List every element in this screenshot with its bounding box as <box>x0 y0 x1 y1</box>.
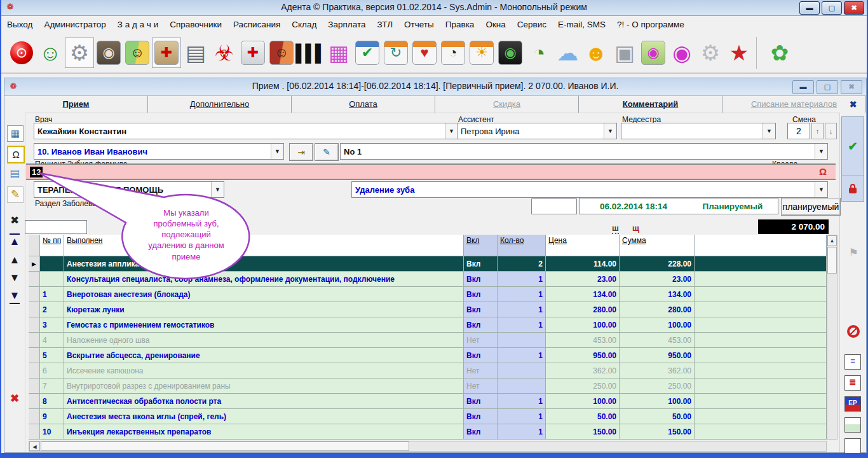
xray-icon[interactable]: ▤ <box>7 166 22 181</box>
disease-combo[interactable]: Удаление зуба▼ <box>351 181 828 198</box>
gear-figure-icon[interactable]: ⚙ <box>696 38 724 67</box>
tab[interactable]: Прием <box>4 95 148 113</box>
scheme-icon[interactable]: ▦ <box>7 125 24 142</box>
block-icon[interactable] <box>847 325 860 338</box>
shift-up-button[interactable]: ↑ <box>811 123 824 139</box>
patient-combo[interactable]: 10. Иванов Иван Иванович▼ <box>34 143 284 160</box>
col-header-vkl[interactable]: Вкл <box>464 235 498 256</box>
move-down-icon[interactable]: ▼ <box>7 270 22 286</box>
eye-icon[interactable]: ◉ <box>668 38 696 67</box>
patient-card-button[interactable]: ⇥ <box>289 143 313 161</box>
chat-icon[interactable]: ☁ <box>553 38 581 67</box>
assistant-combo[interactable]: Петрова Ирина▼ <box>457 123 617 139</box>
row-selector[interactable] <box>29 317 40 333</box>
patient-edit-button[interactable]: ✎ <box>315 143 339 161</box>
menu-item[interactable]: Склад <box>286 20 322 29</box>
dropdown-arrow-icon[interactable]: ▼ <box>604 123 616 139</box>
nurse-combo[interactable]: ▼ <box>621 123 776 139</box>
doc-minimize-button[interactable]: ▬ <box>792 80 814 94</box>
doc-lines-icon[interactable]: ≡ <box>844 354 861 370</box>
scroll-up-icon[interactable]: ▲ <box>827 235 837 246</box>
menu-item[interactable]: Правка <box>440 20 480 29</box>
shift-down-button[interactable]: ↓ <box>825 123 837 139</box>
table-row[interactable]: 4 Наложение одного шва Нет 453.00 453.00 <box>29 333 827 348</box>
calendar-heart-icon[interactable]: ♥ <box>410 38 438 67</box>
col-header-sum[interactable]: Сумма <box>620 235 695 256</box>
row-selector[interactable] <box>29 409 40 424</box>
horizontal-scroll-thumb[interactable] <box>41 441 409 451</box>
upper-jaw-icon[interactable]: ш <box>612 224 619 234</box>
alarm-clock-icon[interactable]: ◔ <box>525 38 553 67</box>
table-row[interactable]: 1 Внеротовая анестезия (блокада) Вкл 1 1… <box>29 287 827 302</box>
dropdown-arrow-icon[interactable]: ▼ <box>815 144 827 159</box>
move-top-icon[interactable]: ▲ <box>7 233 22 249</box>
medical-card-icon[interactable]: ✚ <box>152 38 181 68</box>
doc-stripes-icon[interactable]: ≣ <box>844 375 861 391</box>
move-bottom-icon[interactable]: ▼ <box>7 288 22 303</box>
menu-item[interactable]: Окна <box>480 20 511 29</box>
biohazard-icon[interactable]: ☣ <box>210 38 238 67</box>
row-selector[interactable] <box>29 363 40 378</box>
row-selector[interactable] <box>29 333 40 348</box>
vertical-scrollbar[interactable]: ▲ <box>827 235 837 440</box>
table-row[interactable]: 2 Кюретаж лунки Вкл 1 280.00 280.00 <box>29 302 827 317</box>
cancel-icon[interactable]: ✖ <box>7 391 22 406</box>
menu-item[interactable]: ЗТЛ <box>371 20 398 29</box>
code-field[interactable] <box>531 198 577 214</box>
dropdown-arrow-icon[interactable]: ▼ <box>445 123 458 139</box>
confirm-button[interactable]: ✔ <box>842 117 864 176</box>
power-icon[interactable]: ⊙ <box>8 38 36 67</box>
minimize-button[interactable]: ▬ <box>799 1 820 15</box>
table-row[interactable]: 10 Инъекция лекарственных препаратов Вкл… <box>29 424 827 440</box>
col-header-qty[interactable]: Кол-во <box>498 235 546 256</box>
table-row[interactable]: 8 Антисептическая обработка полости рта … <box>29 394 827 409</box>
icq-flower-icon[interactable]: ✿ <box>766 38 794 67</box>
camera-icon[interactable]: ▣ <box>611 38 639 67</box>
menu-item[interactable]: З а д а ч и <box>112 20 164 29</box>
move-up-icon[interactable]: ▲ <box>7 253 22 268</box>
maximize-button[interactable]: ▢ <box>822 1 842 15</box>
calendar-check-icon[interactable]: ✔ <box>353 38 381 67</box>
video-folder-icon[interactable]: ◉ <box>95 38 123 67</box>
first-aid-icon[interactable]: ✚ <box>239 38 267 67</box>
row-selector[interactable] <box>29 424 40 440</box>
tab[interactable]: Дополнительно <box>148 95 292 113</box>
vertical-scroll-thumb[interactable] <box>827 247 837 274</box>
dropdown-arrow-icon[interactable]: ▼ <box>815 182 827 197</box>
dropdown-arrow-icon[interactable]: ▼ <box>271 144 283 159</box>
users-icon[interactable]: ☺ <box>36 38 64 67</box>
menu-item[interactable]: E-mail, SMS <box>552 20 611 29</box>
menu-item[interactable]: Справочники <box>164 20 227 29</box>
close-reception-icon[interactable]: ✖ <box>841 99 866 109</box>
delete-icon[interactable]: ✖ <box>7 213 22 228</box>
row-selector[interactable] <box>29 302 40 317</box>
photo-eye-icon[interactable]: ◉ <box>639 38 667 67</box>
planned-status-button[interactable]: планируемый <box>781 198 841 216</box>
dropdown-arrow-icon[interactable]: ▼ <box>763 123 775 139</box>
chair-combo[interactable]: No 1▼ <box>340 143 828 160</box>
menu-item[interactable]: Сервис <box>512 20 552 29</box>
doc-close-button[interactable]: ✖ <box>841 80 862 94</box>
tab[interactable]: Оплата <box>292 95 435 113</box>
doc-ep-icon[interactable]: EP <box>844 396 861 412</box>
menu-item[interactable]: Отчеты <box>398 20 440 29</box>
row-selector[interactable] <box>29 287 40 302</box>
tab[interactable]: Скидка <box>435 95 579 113</box>
menu-item[interactable]: Администратор <box>38 20 111 29</box>
menu-item[interactable]: ?! - О программе <box>611 20 690 29</box>
archive-icon[interactable]: ▤ <box>182 38 210 67</box>
table-row[interactable]: 3 Гемостаз с применением гемостатиков Вк… <box>29 317 827 333</box>
tooth-chart-icon[interactable]: Ω <box>7 146 25 163</box>
edit-note-icon[interactable]: ✎ <box>7 186 24 203</box>
row-selector[interactable] <box>29 394 40 409</box>
alarm-star-icon[interactable]: ★ <box>725 38 753 67</box>
date-status-field[interactable]: 06.02.2014 18:14 Планируемый <box>579 198 778 214</box>
menu-item[interactable]: Расписания <box>227 20 286 29</box>
menu-item[interactable]: Зарплата <box>322 20 371 29</box>
calendar-sun-icon[interactable]: ☀ <box>468 38 496 67</box>
calendar-refresh-icon[interactable]: ↻ <box>382 38 410 67</box>
tooth-icon[interactable]: Ω <box>819 166 827 177</box>
close-button[interactable]: ✖ <box>844 1 864 15</box>
doctor-combo[interactable]: Кежайкин Константин▼ <box>34 123 458 139</box>
lock-button[interactable] <box>842 176 864 201</box>
